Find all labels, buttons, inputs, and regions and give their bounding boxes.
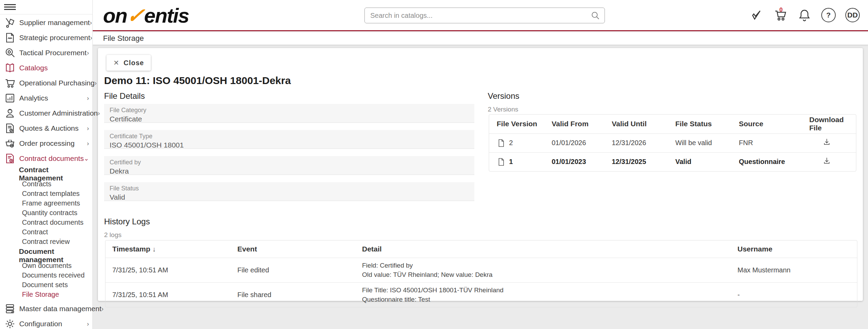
field-file-category: File Category Certificate [104, 104, 474, 123]
col-username: Username [731, 240, 857, 258]
sidebar-item-tactical-procurement[interactable]: Tactical Procurement › [0, 45, 92, 60]
top-header: on✓entis 0 ? DD [93, 0, 868, 31]
field-certificate-type: Certificate Type ISO 45001/OSH 18001 [104, 130, 474, 149]
person-icon [4, 107, 16, 119]
col-file-status: File Status [668, 115, 731, 133]
approvals-check-icon[interactable] [749, 8, 764, 22]
log-username: Max Mustermann [731, 258, 857, 282]
chevron-right-icon: › [87, 140, 89, 147]
sidebar-item-contract-documents-sub[interactable]: Contract documents [0, 218, 92, 227]
log-timestamp: 7/31/25, 10:51 AM [105, 258, 230, 282]
versions-table: File Version Valid From Valid Until File… [489, 114, 856, 172]
col-valid-from: Valid From [544, 115, 604, 133]
sidebar-item-catalogs[interactable]: Catalogs [0, 60, 92, 75]
col-valid-until: Valid Until [604, 115, 668, 133]
download-file-button[interactable] [822, 138, 831, 146]
sidebar-item-customer-administration[interactable]: Customer Administration › [0, 106, 92, 121]
sidebar-item-document-sets[interactable]: Document sets [0, 280, 92, 290]
file-storage-detail-card: ✕ Close Demo 11: ISO 45001/OSH 18001-Dek… [98, 48, 863, 301]
chevron-right-icon: › [87, 95, 89, 102]
sidebar-item-contract-templates[interactable]: Contract templates [0, 189, 92, 198]
file-icon [497, 139, 506, 148]
search-input[interactable] [364, 8, 605, 23]
document-coin-icon [4, 153, 16, 164]
page-title: Demo 11: ISO 45001/OSH 18001-Dekra [104, 75, 291, 86]
sidebar-group-document-management: Document management [0, 250, 92, 261]
sidebar-item-contract-review[interactable]: Contract review [0, 237, 92, 246]
close-icon: ✕ [113, 59, 120, 67]
file-details-fields: File Category Certificate Certificate Ty… [104, 104, 474, 208]
handtruck-icon [4, 17, 16, 28]
col-file-version: File Version [489, 115, 544, 133]
notifications-bell-icon[interactable] [797, 8, 812, 22]
sort-desc-icon: ↓ [153, 245, 156, 253]
sidebar-item-strategic-procurement[interactable]: Strategic procurement › [0, 30, 92, 45]
version-row[interactable]: 1 01/01/2023 12/31/2025 Valid Questionna… [489, 152, 856, 171]
cart-badge: 0 [779, 7, 782, 13]
document-percent-icon [4, 122, 16, 134]
field-certified-by: Certified by Dekra [104, 156, 474, 175]
sidebar-item-frame-agreements[interactable]: Frame agreements [0, 198, 92, 208]
versions-heading: Versions [488, 91, 519, 101]
sidebar-item-configuration[interactable]: Configuration › [0, 316, 92, 329]
history-logs-heading: History Logs [104, 217, 150, 226]
sidebar-item-documents-received[interactable]: Documents received [0, 270, 92, 280]
bar-chart-icon [4, 92, 16, 104]
sidebar-item-contract[interactable]: Contract [0, 227, 92, 237]
file-details-heading: File Details [104, 91, 145, 101]
version-row[interactable]: 2 01/01/2026 12/31/2026 Will be valid FN… [489, 133, 856, 152]
download-icon [822, 156, 831, 165]
col-download-file: Download File [802, 115, 856, 133]
history-log-row: 7/31/25, 10:51 AM File shared File Title… [105, 282, 857, 307]
search-icon[interactable] [590, 11, 600, 20]
history-logs-count: 2 logs [104, 231, 122, 239]
sidebar-item-quantity-contracts[interactable]: Quantity contracts [0, 208, 92, 218]
download-file-button[interactable] [822, 156, 831, 165]
log-event: File shared [230, 282, 355, 307]
logo-check-glyph: ✓ [125, 3, 145, 27]
log-detail: Field: Certified by Old value: TÜV Rhein… [355, 258, 731, 282]
file-icon [497, 157, 506, 166]
download-icon [822, 138, 831, 146]
onventis-logo: on✓entis [103, 3, 189, 27]
hamburger-menu-button[interactable] [0, 0, 92, 14]
magnifier-cube-icon [4, 47, 16, 59]
user-avatar[interactable]: DD [845, 8, 860, 22]
chevron-down-icon: ⌄ [84, 155, 89, 162]
log-timestamp: 7/31/25, 10:51 AM [105, 282, 230, 307]
versions-count: 2 Versions [488, 106, 518, 113]
sidebar-item-operational-purchasing[interactable]: Operational Purchasing › [0, 75, 92, 91]
sidebar-item-master-data-management[interactable]: Master data management › [0, 301, 92, 316]
sidebar-item-quotes-auctions[interactable]: Quotes & Auctions › [0, 121, 92, 136]
log-event: File edited [230, 258, 355, 282]
gear-icon [4, 318, 16, 329]
cart-icon [4, 77, 16, 89]
sidebar: Supplier management › Strategic procurem… [0, 0, 93, 329]
document-handshake-icon [4, 32, 16, 44]
sidebar-item-supplier-management[interactable]: Supplier management › [0, 15, 92, 30]
col-timestamp-sort[interactable]: Timestamp↓ [105, 240, 230, 258]
version-status: Will be valid [668, 133, 731, 152]
col-source: Source [731, 115, 802, 133]
col-detail: Detail [355, 240, 731, 258]
sidebar-item-file-storage[interactable]: File Storage [0, 290, 92, 299]
sidebar-item-analytics[interactable]: Analytics › [0, 91, 92, 106]
sidebar-item-order-processing[interactable]: Order processing › [0, 136, 92, 151]
history-logs-table: Timestamp↓ Event Detail Username 7/31/25… [105, 240, 857, 307]
chevron-right-icon: › [87, 49, 89, 57]
sidebar-group-contract-management: Contract Management [0, 169, 92, 179]
sidebar-item-contract-documents[interactable]: Contract documents ⌄ [0, 151, 92, 166]
help-button[interactable]: ? [821, 8, 836, 22]
history-log-row: 7/31/25, 10:51 AM File edited Field: Cer… [105, 258, 857, 282]
versions-header-row: File Version Valid From Valid Until File… [489, 115, 856, 133]
open-book-icon [4, 62, 16, 74]
server-check-icon [4, 303, 16, 315]
chevron-right-icon: › [98, 110, 100, 117]
chevron-right-icon: › [101, 305, 103, 313]
cart-button[interactable]: 0 [773, 8, 788, 22]
version-status: Valid [668, 152, 731, 171]
chevron-right-icon: › [87, 320, 89, 328]
close-button[interactable]: ✕ Close [106, 55, 151, 71]
field-file-status: File Status Valid [104, 182, 474, 201]
log-username: - [731, 282, 857, 307]
